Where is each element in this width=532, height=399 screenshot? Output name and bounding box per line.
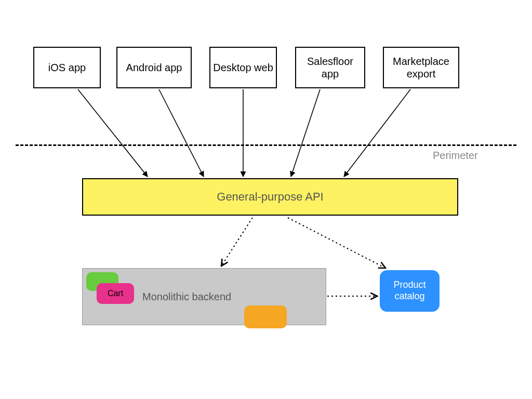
arrow-api-to-monolith (221, 218, 252, 266)
perimeter-divider (16, 144, 516, 146)
client-android-label: Android app (126, 61, 182, 74)
tag-cart-label: Cart (108, 288, 123, 298)
arrow-salesfloor-to-api (291, 89, 320, 177)
architecture-diagram: iOS app Android app Desktop web Salesflo… (0, 0, 532, 399)
tag-orange (244, 305, 287, 328)
perimeter-label: Perimeter (433, 150, 478, 162)
arrow-ios-to-api (78, 89, 148, 177)
api-box: General-purpose API (82, 178, 458, 216)
client-box-android: Android app (116, 47, 192, 88)
client-box-salesfloor: Salesfloor app (295, 47, 365, 88)
client-desktop-label: Desktop web (213, 61, 273, 74)
arrow-api-to-product (288, 218, 385, 268)
product-catalog-box: Product catalog (380, 270, 440, 312)
monolith-label: Monolithic backend (142, 290, 231, 303)
client-salesfloor-label: Salesfloor app (298, 55, 362, 80)
client-marketplace-label: Marketplace export (386, 55, 456, 80)
client-box-ios: iOS app (33, 47, 101, 88)
client-box-marketplace: Marketplace export (383, 47, 459, 88)
tag-cart: Cart (97, 283, 134, 304)
arrow-android-to-api (159, 89, 204, 177)
product-catalog-label: Product catalog (383, 280, 436, 302)
arrow-marketplace-to-api (344, 89, 410, 177)
client-box-desktop: Desktop web (209, 47, 277, 88)
api-label: General-purpose API (217, 190, 323, 204)
client-ios-label: iOS app (48, 61, 86, 74)
